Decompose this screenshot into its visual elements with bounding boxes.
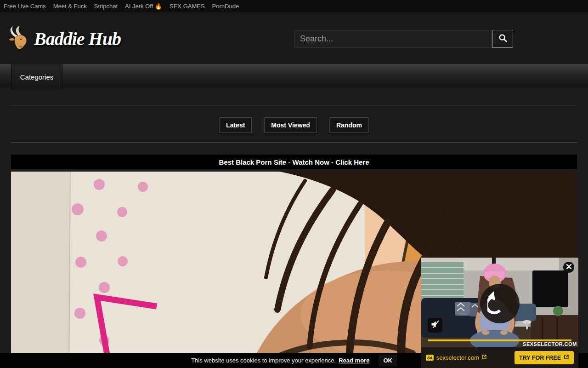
- search-icon: [498, 34, 508, 45]
- cookie-read-more-link[interactable]: Read more: [339, 357, 369, 364]
- ad-video-player[interactable]: SEXSELECTOR.COM: [421, 258, 578, 347]
- video-watermark: SEXSELECTOR.COM: [523, 341, 577, 347]
- toplink-free-live-cams[interactable]: Free Live Cams: [4, 3, 46, 10]
- nav-item-categories[interactable]: Categories: [11, 64, 62, 90]
- muted-speaker-icon: [430, 320, 440, 331]
- search-button[interactable]: [492, 30, 513, 48]
- sort-filter-row: Latest Most Viewed Random: [0, 117, 588, 133]
- unmute-button[interactable]: [428, 318, 442, 333]
- video-ad-overlay: SEXSELECTOR.COM Ad sexselector.com: [421, 258, 578, 368]
- brand-name: Baddie Hub: [34, 28, 121, 50]
- filter-most-viewed-button[interactable]: Most Viewed: [264, 117, 317, 133]
- divider-bottom: [11, 143, 577, 143]
- ad-info-bar: Ad sexselector.com TRY FOR FREE: [421, 347, 578, 368]
- cookie-message: This website uses cookies to improve you…: [191, 357, 336, 364]
- close-icon: [566, 263, 572, 271]
- toplink-porndude[interactable]: PornDude: [212, 3, 239, 10]
- replay-icon: [487, 290, 512, 317]
- replay-button[interactable]: [480, 284, 520, 323]
- ad-badge: Ad: [426, 355, 434, 361]
- search-form: [294, 30, 513, 48]
- filter-random-button[interactable]: Random: [329, 117, 369, 133]
- toplink-stripchat[interactable]: Stripchat: [94, 3, 118, 10]
- text-ad-banner[interactable]: Best Black Porn Site - Watch Now - Click…: [11, 155, 577, 169]
- toplink-ai-jerk-off[interactable]: AI Jerk Off 🔥: [125, 3, 162, 10]
- site-header: Baddie Hub: [0, 12, 588, 64]
- cta-label: TRY FOR FREE: [519, 355, 561, 361]
- text-ad-label: Best Black Porn Site - Watch Now - Click…: [219, 158, 369, 166]
- page: Free Live Cams Meet & Fuck Stripchat AI …: [0, 0, 588, 368]
- main-nav: [0, 64, 588, 87]
- toplink-meet-and-fuck[interactable]: Meet & Fuck: [53, 3, 87, 10]
- cta-external-link-icon: [564, 354, 569, 361]
- goat-icon: [8, 25, 31, 52]
- divider-top: [11, 105, 577, 105]
- site-logo[interactable]: Baddie Hub: [8, 25, 121, 52]
- categories-label: Categories: [20, 73, 54, 81]
- filter-latest-button[interactable]: Latest: [219, 117, 252, 133]
- cookie-ok-button[interactable]: OK: [379, 355, 397, 366]
- top-links-bar: Free Live Cams Meet & Fuck Stripchat AI …: [0, 0, 588, 12]
- advertiser-link[interactable]: sexselector.com: [436, 354, 487, 361]
- search-input[interactable]: [294, 30, 492, 48]
- advertiser-domain: sexselector.com: [436, 354, 479, 361]
- try-for-free-button[interactable]: TRY FOR FREE: [514, 351, 574, 364]
- ad-close-button[interactable]: [563, 262, 574, 273]
- toplink-sex-games[interactable]: SEX GAMES: [170, 3, 205, 10]
- external-link-icon: [481, 354, 487, 361]
